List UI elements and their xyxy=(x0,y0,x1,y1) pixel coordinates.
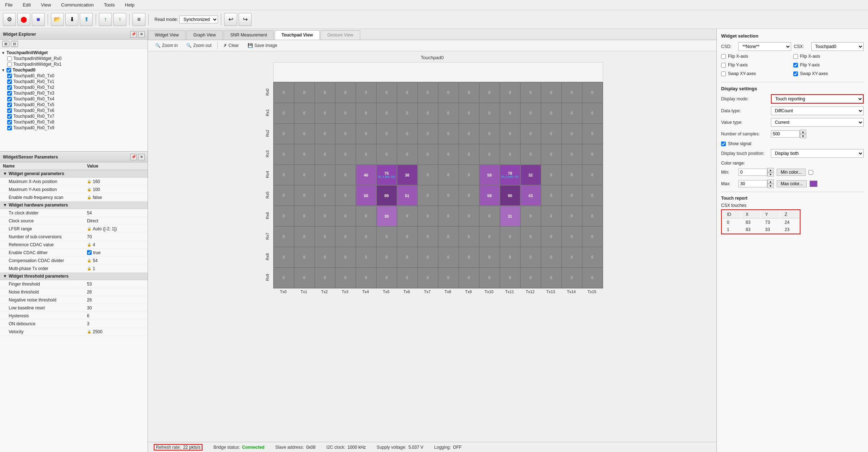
flip-y-csd-checkbox[interactable] xyxy=(721,63,726,68)
tree-checkbox[interactable] xyxy=(7,79,12,84)
open-button[interactable]: 📂 xyxy=(51,13,64,26)
list-button[interactable]: ≡ xyxy=(132,13,145,26)
menu-file[interactable]: File xyxy=(3,1,15,8)
menu-edit[interactable]: Edit xyxy=(21,1,33,8)
spinner-down-button[interactable]: ▼ xyxy=(800,134,806,138)
stop-button[interactable]: ⬤ xyxy=(17,13,30,26)
redo-button[interactable]: ↪ xyxy=(239,13,252,26)
list-item[interactable]: TouchpadInitWidget_Rx0 xyxy=(1,56,146,61)
tree-checkbox[interactable] xyxy=(7,114,12,119)
tab-graph-view[interactable]: Graph View xyxy=(186,30,222,40)
list-item[interactable]: TouchpadInitWidget_Rx1 xyxy=(1,61,146,67)
param-group-hardware[interactable]: ▼Widget hardware parameters xyxy=(0,201,148,209)
value-type-select[interactable]: Current xyxy=(771,118,864,127)
list-item[interactable]: Touchpad0_Rx0_Tx4 xyxy=(1,96,146,102)
tree-checkbox[interactable] xyxy=(7,108,12,113)
csd-select[interactable]: **None** xyxy=(738,42,791,51)
refresh-button[interactable]: ↑ xyxy=(113,13,126,26)
tab-widget-view[interactable]: Widget View xyxy=(148,30,186,40)
grid-cell: 0 xyxy=(582,165,603,185)
min-color-checkbox[interactable] xyxy=(808,170,813,175)
num-samples-input[interactable] xyxy=(771,130,800,138)
record-button[interactable]: ■ xyxy=(32,13,45,26)
list-item[interactable]: ▼ TouchpadInitWidget xyxy=(1,50,146,56)
swap-xy-csx-checkbox[interactable] xyxy=(793,71,798,76)
param-group-threshold[interactable]: ▼Widget threshold parameters xyxy=(0,273,148,280)
menu-view[interactable]: View xyxy=(39,1,53,8)
show-signal-checkbox[interactable] xyxy=(721,142,726,146)
min-spinner-down[interactable]: ▼ xyxy=(767,172,774,177)
expand-all-button[interactable]: ⊞ xyxy=(2,41,9,47)
tab-snr-measurement[interactable]: SNR Measurement xyxy=(223,30,274,40)
collapse-all-button[interactable]: ⊟ xyxy=(11,41,18,47)
param-row: Compensation CDAC divider 🔒54 xyxy=(0,257,148,265)
display-touch-select[interactable]: Display both xyxy=(771,149,864,158)
tree-container: ▼ TouchpadInitWidget TouchpadInitWidget_… xyxy=(0,48,148,151)
undo-button[interactable]: ↩ xyxy=(224,13,237,26)
tab-touchpad-view[interactable]: Touchpad View xyxy=(275,30,320,40)
flip-x-csd-checkbox[interactable] xyxy=(721,54,726,59)
swap-xy-csx-row: Swap XY-axes xyxy=(793,71,864,76)
list-item[interactable]: Touchpad0_Rx0_Tx3 xyxy=(1,90,146,96)
settings-button[interactable]: ⚙ xyxy=(3,13,16,26)
csx-select[interactable]: Touchpad0 xyxy=(811,42,864,51)
read-mode-select[interactable]: Synchronized Free run xyxy=(179,16,218,23)
list-item[interactable]: ▼ Touchpad0 xyxy=(1,67,146,73)
min-spinner-up[interactable]: ▲ xyxy=(767,168,774,172)
params-close-button[interactable]: ✕ xyxy=(138,154,145,160)
list-item[interactable]: Touchpad0_Rx0_Tx2 xyxy=(1,84,146,90)
tree-checkbox[interactable] xyxy=(6,68,11,73)
display-mode-select[interactable]: Touch reporting Raw count Baseline Diffe… xyxy=(771,94,864,104)
list-item[interactable]: Touchpad0_Rx0_Tx0 xyxy=(1,73,146,79)
save-image-button[interactable]: 💾 Save image xyxy=(245,42,280,49)
tree-checkbox[interactable] xyxy=(7,120,12,125)
download-button[interactable]: ⬇ xyxy=(65,13,78,26)
supply-voltage: Supply voltage: 5.037 V xyxy=(377,445,423,450)
tree-checkbox[interactable] xyxy=(7,97,12,101)
max-input[interactable] xyxy=(738,180,767,187)
close-button[interactable]: ✕ xyxy=(138,31,145,38)
menu-help[interactable]: Help xyxy=(123,1,137,8)
params-pin-button[interactable]: 📌 xyxy=(130,154,137,160)
tree-checkbox[interactable] xyxy=(7,85,12,90)
touch-z: 23 xyxy=(780,226,799,233)
tree-checkbox[interactable] xyxy=(7,126,12,130)
max-spinner-down[interactable]: ▼ xyxy=(767,184,774,188)
tree-checkbox[interactable] xyxy=(7,91,12,96)
max-spinner-up[interactable]: ▲ xyxy=(767,179,774,184)
flip-x-csx-checkbox[interactable] xyxy=(793,54,798,59)
list-item[interactable]: Touchpad0_Rx0_Tx1 xyxy=(1,79,146,84)
list-item[interactable]: Touchpad0_Rx0_Tx9 xyxy=(1,125,146,131)
list-item[interactable]: Touchpad0_Rx0_Tx5 xyxy=(1,102,146,108)
min-input[interactable] xyxy=(738,169,767,176)
zoom-out-button[interactable]: 🔍 Zoom out xyxy=(183,42,214,49)
flip-y-csx-checkbox[interactable] xyxy=(793,63,798,68)
params-column-headers: Name Value xyxy=(0,162,148,170)
data-type-select[interactable]: DiffCount xyxy=(771,107,864,115)
tab-gesture-view[interactable]: Gesture View xyxy=(320,30,360,40)
grid-cell: 0 xyxy=(335,185,356,206)
clear-button[interactable]: ✗ Clear xyxy=(221,42,242,49)
tree-checkbox[interactable] xyxy=(7,103,12,107)
max-color-button[interactable]: Max color... xyxy=(777,180,807,187)
status-bar: Refresh rate: 22 pkts/s Bridge status: C… xyxy=(148,442,716,452)
tree-checkbox[interactable] xyxy=(7,56,12,61)
upload-button[interactable]: ⬆ xyxy=(80,13,93,26)
menu-tools[interactable]: Tools xyxy=(102,1,117,8)
tree-checkbox[interactable] xyxy=(7,62,12,67)
grid-cell: 0 xyxy=(315,165,335,185)
swap-xy-csd-checkbox[interactable] xyxy=(721,71,726,76)
list-item[interactable]: Touchpad0_Rx0_Tx7 xyxy=(1,113,146,119)
param-group-general[interactable]: ▼Widget general parameters xyxy=(0,170,148,178)
spinner-up-button[interactable]: ▲ xyxy=(800,130,806,134)
pin-button[interactable]: 📌 xyxy=(130,31,137,38)
menu-communication[interactable]: Communication xyxy=(59,1,96,8)
connect-button[interactable]: ↑ xyxy=(99,13,112,26)
tree-checkbox[interactable] xyxy=(7,74,12,78)
cdac-checkbox[interactable] xyxy=(87,250,92,255)
list-item[interactable]: Touchpad0_Rx0_Tx8 xyxy=(1,119,146,125)
list-item[interactable]: Touchpad0_Rx0_Tx6 xyxy=(1,108,146,113)
zoom-in-button[interactable]: 🔍 Zoom in xyxy=(152,42,180,49)
min-color-button[interactable]: Min color... xyxy=(777,169,806,176)
param-row: Maximum X-Axis position 🔒160 xyxy=(0,178,148,186)
